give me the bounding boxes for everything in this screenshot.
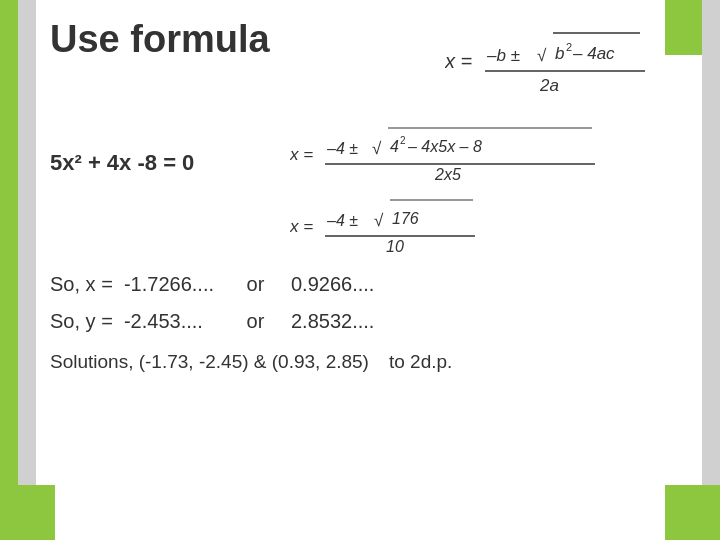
quadratic-formula-display: x = –b ± √ b 2 – 4ac 2a <box>445 23 655 107</box>
step-formulas: x = –4 ± √ 4 2 – 4x5x – 8 2x5 <box>290 122 665 263</box>
svg-text:– 4ac: – 4ac <box>572 44 615 63</box>
svg-text:2: 2 <box>400 135 406 146</box>
svg-text:–b ±: –b ± <box>486 46 520 65</box>
result-y-line: So, y = -2.453.... or 2.8532.... <box>50 310 665 333</box>
svg-text:4: 4 <box>390 138 399 155</box>
result-x-line: So, x = -1.7266.... or 0.9266.... <box>50 273 665 296</box>
svg-text:√: √ <box>374 211 384 230</box>
result-x-value2: 0.9266.... <box>291 273 374 296</box>
result-y-value2: 2.8532.... <box>291 310 374 333</box>
svg-text:√: √ <box>537 46 547 65</box>
result-y-connector: or <box>238 310 273 333</box>
svg-text:10: 10 <box>386 238 404 255</box>
page-title: Use formula <box>50 18 270 61</box>
svg-text:2x5: 2x5 <box>434 166 461 183</box>
svg-text:176: 176 <box>392 210 419 227</box>
bottom-right-green-square <box>665 485 720 540</box>
right-top-gray-strip <box>702 0 720 260</box>
svg-text:–4 ±: –4 ± <box>326 140 358 157</box>
bottom-left-green-square <box>0 485 55 540</box>
result-x-connector: or <box>238 273 273 296</box>
results-section: So, x = -1.7266.... or 0.9266.... So, y … <box>50 273 665 373</box>
svg-text:b: b <box>555 44 564 63</box>
solutions-line: Solutions, (-1.73, -2.45) & (0.93, 2.85)… <box>50 351 665 373</box>
svg-text:x =: x = <box>290 145 313 164</box>
result-x-label: So, x = -1.7266.... <box>50 273 220 296</box>
svg-text:√: √ <box>372 139 382 158</box>
result-y-label: So, y = -2.453.... <box>50 310 220 333</box>
left-green-strip <box>0 0 18 540</box>
left-gray-strip <box>18 0 36 540</box>
svg-text:x =: x = <box>290 217 313 236</box>
svg-text:– 4x5x – 8: – 4x5x – 8 <box>407 138 482 155</box>
svg-text:2a: 2a <box>539 76 559 95</box>
svg-text:–4 ±: –4 ± <box>326 212 358 229</box>
svg-text:x =: x = <box>445 50 472 72</box>
equation-label: 5x² + 4x -8 = 0 <box>50 150 280 176</box>
svg-text:2: 2 <box>566 41 572 53</box>
page: Use formula x = –b ± √ b 2 – 4ac <box>0 0 720 540</box>
